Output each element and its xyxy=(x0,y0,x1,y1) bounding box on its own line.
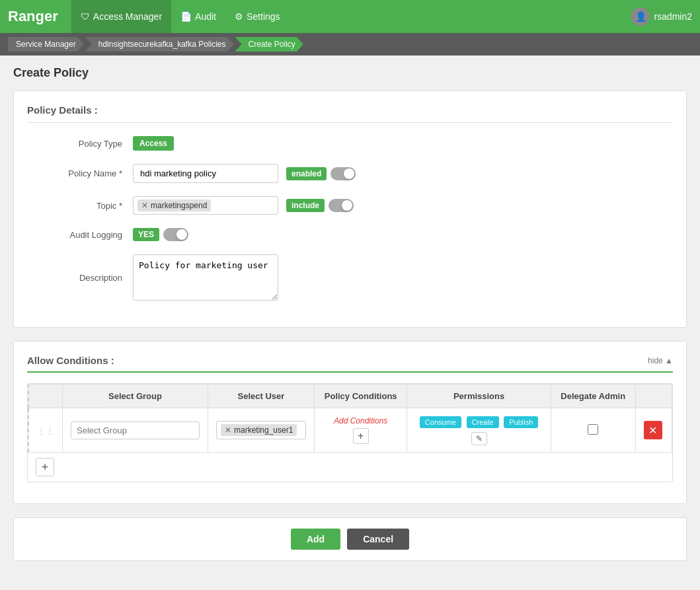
policy-name-control: enabled xyxy=(133,164,673,183)
breadcrumb-kafka-policies[interactable]: hdinsightsecurekafka_kafka Policies xyxy=(85,37,234,52)
policy-type-label: Policy Type xyxy=(27,139,133,149)
page-title: Create Policy xyxy=(13,66,687,80)
topic-tag-remove[interactable]: ✕ xyxy=(141,201,148,210)
enabled-label: enabled xyxy=(286,167,327,180)
table-header-row: Select Group Select User Policy Conditio… xyxy=(28,385,672,408)
conditions-table: Select Group Select User Policy Conditio… xyxy=(28,384,672,453)
audit-toggle-wrap: YES xyxy=(133,228,188,241)
add-conditions-cell: Add Conditions + xyxy=(314,408,407,453)
top-nav: Ranger 🛡 Access Manager 📄 Audit ⚙ Settin… xyxy=(0,0,700,33)
table-row: ⋮⋮ ✕ marketing_user1 xyxy=(28,408,672,453)
policy-name-row: Policy Name * enabled xyxy=(27,164,673,183)
description-row: Description Policy for marketing user xyxy=(27,254,673,301)
page-content: Create Policy Policy Details : Policy Ty… xyxy=(0,55,700,572)
allow-conditions-card: Allow Conditions : hide ▲ Select Group S… xyxy=(13,341,687,504)
topic-tag-input-field[interactable] xyxy=(214,201,253,211)
remove-row-btn[interactable]: ✕ xyxy=(644,421,662,439)
enabled-toggle[interactable] xyxy=(331,167,356,180)
topic-tag-label: marketingspend xyxy=(151,201,207,210)
perm-publish-badge: Publish xyxy=(504,416,538,428)
doc-icon: 📄 xyxy=(180,11,192,22)
policy-name-label: Policy Name * xyxy=(27,168,133,178)
gear-icon: ⚙ xyxy=(235,11,243,22)
permissions-edit-btn[interactable]: ✎ xyxy=(471,432,487,445)
nav-audit[interactable]: 📄 Audit xyxy=(171,0,225,33)
policy-type-control: Access xyxy=(133,136,673,151)
select-group-input[interactable] xyxy=(71,422,200,439)
add-row-btn[interactable]: + xyxy=(36,458,54,476)
select-user-cell: ✕ marketing_user1 xyxy=(208,408,314,453)
enabled-toggle-wrap: enabled xyxy=(286,167,356,180)
description-textarea[interactable]: Policy for marketing user xyxy=(133,254,278,301)
include-toggle[interactable] xyxy=(329,199,354,212)
allow-conditions-title: Allow Conditions : xyxy=(27,355,114,366)
policy-type-row: Policy Type Access xyxy=(27,136,673,151)
description-label: Description xyxy=(27,273,133,283)
nav-access-manager[interactable]: 🛡 Access Manager xyxy=(71,0,171,33)
drag-handle-cell: ⋮⋮ xyxy=(28,408,63,453)
permissions-cell: Consume Create Publish ✎ xyxy=(407,408,551,453)
user-tag: ✕ marketing_user1 xyxy=(221,424,297,436)
user-tag-wrap[interactable]: ✕ marketing_user1 xyxy=(216,421,306,439)
description-control: Policy for marketing user xyxy=(133,254,673,301)
action-cell: ✕ xyxy=(635,408,672,453)
breadcrumb-service-manager[interactable]: Service Manager xyxy=(8,37,84,52)
audit-toggle-label: YES xyxy=(133,228,159,241)
perm-create-badge: Create xyxy=(467,416,499,428)
action-header xyxy=(635,385,672,408)
add-conditions-btn[interactable]: + xyxy=(353,428,369,444)
user-tag-label: marketing_user1 xyxy=(234,425,293,435)
delegate-admin-header: Delegate Admin xyxy=(551,385,635,408)
audit-logging-row: Audit Logging YES xyxy=(27,228,673,241)
drag-col-header xyxy=(28,385,63,408)
policy-type-badge: Access xyxy=(133,136,174,151)
conditions-table-wrap: Select Group Select User Policy Conditio… xyxy=(27,383,673,482)
topic-tag: ✕ marketingspend xyxy=(137,200,211,211)
audit-logging-label: Audit Logging xyxy=(27,230,133,240)
delegate-admin-cell xyxy=(551,408,635,453)
select-group-header: Select Group xyxy=(63,385,208,408)
add-button[interactable]: Add xyxy=(291,529,340,550)
audit-toggle[interactable] xyxy=(163,228,188,241)
nav-settings[interactable]: ⚙ Settings xyxy=(225,0,290,33)
select-user-header: Select User xyxy=(208,385,314,408)
avatar: 👤 xyxy=(631,7,650,26)
add-row-wrap: + xyxy=(28,453,672,482)
breadcrumb-create-policy[interactable]: Create Policy xyxy=(235,37,303,52)
policy-details-card: Policy Details : Policy Type Access Poli… xyxy=(13,91,687,328)
allow-conditions-header: Allow Conditions : hide ▲ xyxy=(27,355,673,373)
topic-row: Topic * ✕ marketingspend include xyxy=(27,196,673,215)
select-group-cell xyxy=(63,408,208,453)
topic-control: ✕ marketingspend include xyxy=(133,196,673,215)
topic-tag-input[interactable]: ✕ marketingspend xyxy=(133,196,278,215)
audit-logging-control: YES xyxy=(133,228,673,241)
breadcrumb: Service Manager hdinsightsecurekafka_kaf… xyxy=(0,33,700,55)
permissions-list: Consume Create Publish xyxy=(415,415,542,429)
delegate-admin-checkbox[interactable] xyxy=(588,424,598,435)
bottom-buttons-card: Add Cancel xyxy=(13,517,687,561)
add-conditions-link[interactable]: Add Conditions xyxy=(323,416,399,425)
drag-handle-icon: ⋮⋮ xyxy=(37,425,54,435)
policy-name-input[interactable] xyxy=(133,164,278,183)
topic-label: Topic * xyxy=(27,201,133,211)
include-label: include xyxy=(286,199,325,212)
user-tag-remove[interactable]: ✕ xyxy=(225,425,231,435)
policy-details-header: Policy Details : xyxy=(27,104,673,123)
permissions-header: Permissions xyxy=(407,385,551,408)
perm-consume-badge: Consume xyxy=(420,416,461,428)
hide-link[interactable]: hide ▲ xyxy=(648,356,673,365)
brand-logo: Ranger xyxy=(8,8,58,25)
policy-conditions-header: Policy Conditions xyxy=(314,385,407,408)
cancel-button[interactable]: Cancel xyxy=(347,529,409,550)
shield-icon: 🛡 xyxy=(81,11,90,22)
include-toggle-wrap: include xyxy=(286,199,354,212)
user-info: 👤 rsadmin2 xyxy=(631,7,692,26)
